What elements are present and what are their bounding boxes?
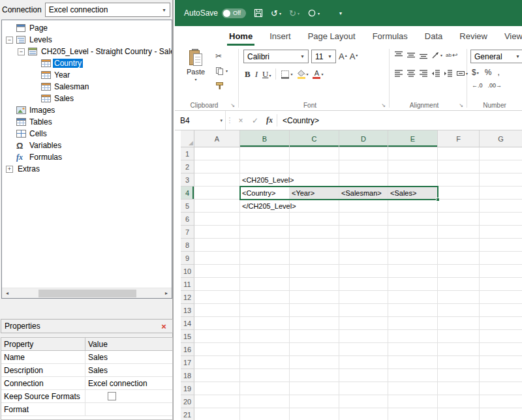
row-header-20[interactable]: 20 (181, 395, 194, 408)
chevron-down-icon[interactable]: ▾ (269, 74, 271, 78)
paste-button[interactable]: Paste ▾ (181, 49, 210, 96)
property-value[interactable] (85, 403, 172, 415)
close-icon[interactable]: × (159, 322, 169, 331)
currency-format-button[interactable]: $▾ (472, 68, 479, 77)
cell-C17[interactable] (290, 356, 339, 369)
cell-A5[interactable] (194, 200, 240, 213)
cell-E13[interactable] (388, 304, 438, 317)
tab-page-layout[interactable]: Page Layout (299, 26, 364, 46)
italic-button[interactable]: I (255, 69, 258, 80)
cell-C6[interactable] (290, 213, 339, 226)
cell-E7[interactable] (388, 226, 438, 239)
cell-E19[interactable] (388, 382, 438, 395)
cell-F15[interactable] (438, 330, 480, 343)
tree-item-extras[interactable]: + Extras (2, 163, 172, 175)
cell-G5[interactable] (480, 200, 522, 213)
cell-D17[interactable] (339, 356, 388, 369)
cell-A14[interactable] (194, 317, 240, 330)
cell-F8[interactable] (438, 239, 480, 252)
cell-F13[interactable] (438, 304, 480, 317)
cell-G11[interactable] (480, 278, 522, 291)
chevron-down-icon[interactable]: ▾ (306, 72, 308, 76)
cell-F10[interactable] (438, 265, 480, 278)
cancel-button[interactable]: × (234, 111, 248, 130)
cell-F2[interactable] (438, 160, 480, 173)
row-header-13[interactable]: 13 (181, 304, 194, 317)
column-header-E[interactable]: E (388, 130, 438, 147)
cell-C16[interactable] (290, 343, 339, 356)
increase-indent-icon[interactable] (444, 69, 453, 78)
cell-B21[interactable] (240, 408, 290, 420)
cell-F16[interactable] (438, 343, 480, 356)
property-row-keep-source-formats[interactable]: Keep Source Formats (1, 390, 172, 403)
cell-G1[interactable] (480, 147, 522, 160)
cell-C11[interactable] (290, 278, 339, 291)
merge-center-button[interactable]: ▾ (456, 69, 468, 78)
property-row-description[interactable]: Description Sales (1, 364, 172, 377)
cell-E9[interactable] (388, 252, 438, 265)
cell-A9[interactable] (194, 252, 240, 265)
cell-A19[interactable] (194, 382, 240, 395)
tab-formulas[interactable]: Formulas (364, 26, 416, 46)
property-row-connection[interactable]: Connection Excel connection (1, 377, 172, 390)
cell-B2[interactable] (240, 160, 290, 173)
increase-decimal-button[interactable]: ←.0 (472, 82, 483, 89)
cell-F5[interactable] (438, 200, 480, 213)
tab-data[interactable]: Data (416, 26, 451, 46)
cell-G3[interactable] (480, 173, 522, 187)
cell-A2[interactable] (194, 160, 240, 173)
property-value[interactable]: Sales (85, 364, 172, 376)
cell-E8[interactable] (388, 239, 438, 252)
chevron-down-icon[interactable]: ▾ (290, 72, 292, 76)
cell-G6[interactable] (480, 213, 522, 226)
tree-horizontal-scrollbar[interactable]: ◂ ▸ (2, 288, 172, 298)
cell-D20[interactable] (339, 395, 388, 408)
format-painter-button[interactable] (215, 81, 228, 91)
scrollbar-thumb[interactable] (38, 290, 136, 297)
cell-F20[interactable] (438, 395, 480, 408)
cell-C7[interactable] (290, 226, 339, 239)
copy-button[interactable]: ▾ (215, 66, 228, 76)
row-header-1[interactable]: 1 (181, 147, 194, 160)
decrease-decimal-button[interactable]: .00→ (488, 82, 502, 89)
row-header-21[interactable]: 21 (181, 408, 194, 420)
chevron-down-icon[interactable]: ▾ (512, 53, 522, 59)
cell-A16[interactable] (194, 343, 240, 356)
row-header-14[interactable]: 14 (181, 317, 194, 330)
font-name-select[interactable]: Calibri ▾ (243, 50, 309, 63)
middle-align-icon[interactable] (407, 51, 416, 59)
row-header-7[interactable]: 7 (181, 226, 194, 239)
cell-E5[interactable] (388, 200, 438, 213)
row-header-9[interactable]: 9 (181, 252, 194, 265)
cell-G7[interactable] (480, 226, 522, 239)
cell-D7[interactable] (339, 226, 388, 239)
cell-D9[interactable] (339, 252, 388, 265)
enter-button[interactable]: ✓ (248, 111, 262, 130)
cell-E14[interactable] (388, 317, 438, 330)
row-header-10[interactable]: 10 (181, 265, 194, 278)
tree-item-cells[interactable]: Cells (2, 128, 172, 140)
cell-G8[interactable] (480, 239, 522, 252)
cell-G14[interactable] (480, 317, 522, 330)
cell-G18[interactable] (480, 369, 522, 382)
customize-quick-access-toolbar-button[interactable]: ▾ (339, 10, 342, 16)
cell-C12[interactable] (290, 291, 339, 304)
cell-D18[interactable] (339, 369, 388, 382)
cell-D15[interactable] (339, 330, 388, 343)
insert-function-button[interactable]: fx (262, 111, 277, 130)
cell-G21[interactable] (480, 408, 522, 420)
cell-B16[interactable] (240, 343, 290, 356)
tree-item-levels[interactable]: − Levels (2, 34, 172, 46)
row-header-11[interactable]: 11 (181, 278, 194, 291)
cell-A8[interactable] (194, 239, 240, 252)
row-header-12[interactable]: 12 (181, 291, 194, 304)
align-right-icon[interactable] (419, 69, 428, 78)
cell-D19[interactable] (339, 382, 388, 395)
cell-D14[interactable] (339, 317, 388, 330)
cell-F11[interactable] (438, 278, 480, 291)
cell-D13[interactable] (339, 304, 388, 317)
wrap-text-button[interactable]: ab ↩ (446, 52, 457, 59)
tree-item-tables[interactable]: Tables (2, 116, 172, 128)
cell-C10[interactable] (290, 265, 339, 278)
cell-C18[interactable] (290, 369, 339, 382)
